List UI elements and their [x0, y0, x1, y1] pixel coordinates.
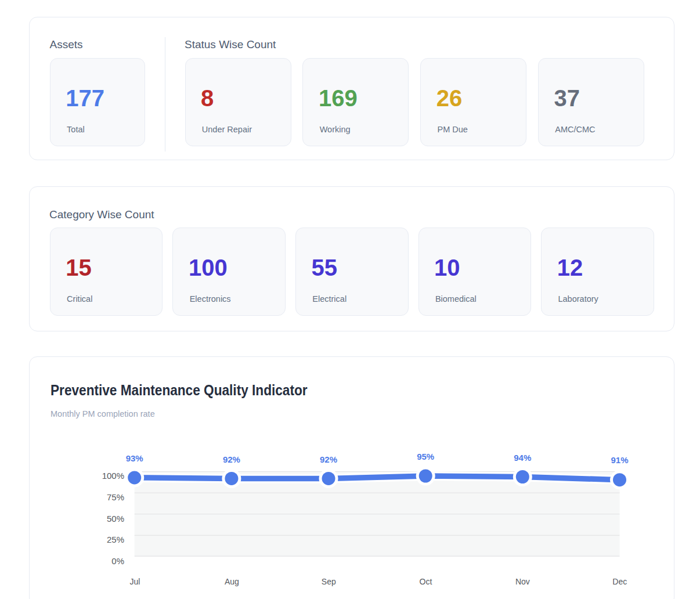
- svg-text:Dec: Dec: [612, 577, 627, 586]
- svg-text:Jul: Jul: [130, 577, 140, 586]
- svg-text:94%: 94%: [514, 453, 531, 463]
- svg-text:91%: 91%: [611, 455, 628, 465]
- svg-text:Sep: Sep: [322, 577, 336, 586]
- svg-text:Oct: Oct: [420, 577, 432, 586]
- svg-text:Nov: Nov: [515, 577, 530, 586]
- svg-text:Aug: Aug: [225, 577, 239, 586]
- svg-text:0%: 0%: [111, 556, 124, 566]
- svg-text:95%: 95%: [417, 452, 434, 461]
- svg-text:92%: 92%: [223, 454, 240, 464]
- svg-text:50%: 50%: [107, 514, 124, 524]
- svg-text:93%: 93%: [126, 453, 143, 463]
- svg-text:92%: 92%: [320, 454, 337, 464]
- svg-text:75%: 75%: [107, 492, 124, 502]
- svg-text:25%: 25%: [107, 535, 124, 544]
- svg-text:100%: 100%: [102, 471, 124, 481]
